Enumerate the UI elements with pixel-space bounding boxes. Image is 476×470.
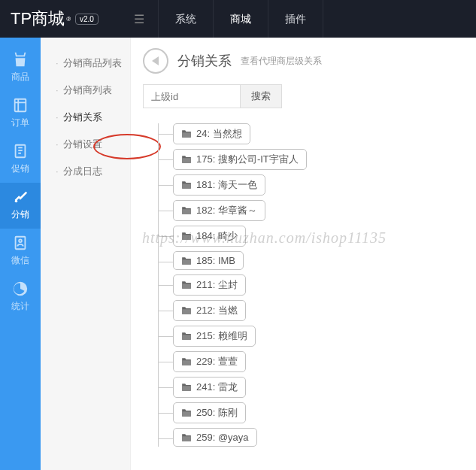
- tree-node: 250: 陈刚: [173, 402, 464, 423]
- tree-node-box[interactable]: 181: 海天一色: [173, 174, 265, 196]
- iconbar-label: 微信: [0, 254, 41, 267]
- iconbar-label: 订单: [0, 117, 41, 129]
- tree-node-label: 184: 畸少: [196, 229, 238, 243]
- tree-node: 212: 当燃: [173, 300, 464, 321]
- back-button[interactable]: [143, 48, 168, 74]
- tree-node-label: 181: 海天一色: [196, 178, 257, 192]
- topnav-plugin[interactable]: 插件: [268, 0, 323, 38]
- tree-node-box[interactable]: 241: 雷龙: [173, 377, 246, 398]
- page-title: 分销关系: [177, 52, 232, 70]
- tree-node-label: 182: 华章酱～: [196, 204, 257, 217]
- tree-node-label: 212: 当燃: [196, 304, 238, 317]
- tree-node: 259: @yaya: [173, 428, 464, 447]
- tree-node: 24: 当然想: [173, 123, 464, 144]
- tree-node-label: 215: 赖维明: [196, 329, 247, 343]
- tree-node-box[interactable]: 24: 当然想: [173, 123, 250, 144]
- search-input[interactable]: [143, 84, 241, 108]
- main-content: 分销关系 查看代理商层级关系 搜索 24: 当然想175: 搜豹公司-IT宇宙人…: [131, 38, 476, 470]
- page-subtitle: 查看代理商层级关系: [241, 55, 322, 68]
- iconbar-item-3[interactable]: 分销: [0, 183, 41, 229]
- logo: TP商城® v2.0: [0, 8, 128, 30]
- tree-node: 175: 搜豹公司-IT宇宙人: [173, 149, 464, 170]
- tree-node-label: 185: IMB: [196, 255, 235, 266]
- iconbar-label: 分销: [0, 208, 41, 221]
- iconbar-item-0[interactable]: 商品: [0, 45, 41, 91]
- page-header: 分销关系 查看代理商层级关系: [143, 48, 464, 74]
- iconbar-label: 商品: [0, 71, 41, 83]
- iconbar-item-5[interactable]: 统计: [0, 274, 41, 320]
- tree-node-box[interactable]: 175: 搜豹公司-IT宇宙人: [173, 149, 307, 170]
- tree-node: 211: 尘封: [173, 274, 464, 296]
- logo-reg: ®: [66, 16, 71, 23]
- logo-text: TP商城: [11, 8, 65, 30]
- tree-node-box[interactable]: 182: 华章酱～: [173, 200, 265, 221]
- search-row: 搜索: [143, 84, 464, 108]
- tree-view: 24: 当然想175: 搜豹公司-IT宇宙人181: 海天一色182: 华章酱～…: [143, 123, 464, 447]
- subnav-item-4[interactable]: 分成日志: [41, 158, 130, 185]
- subnav-item-1[interactable]: 分销商列表: [41, 77, 130, 104]
- tree-node-label: 175: 搜豹公司-IT宇宙人: [196, 153, 299, 166]
- menu-toggle-icon[interactable]: ☰: [128, 12, 150, 26]
- topnav-system[interactable]: 系统: [158, 0, 214, 38]
- tree-node: 241: 雷龙: [173, 377, 464, 398]
- tree-node-label: 24: 当然想: [196, 127, 242, 141]
- svg-rect-0: [15, 99, 26, 112]
- iconbar-item-2[interactable]: 促销: [0, 137, 41, 183]
- iconbar-label: 促销: [0, 162, 41, 175]
- tree-node-label: 211: 尘封: [196, 278, 238, 292]
- subnav-item-3[interactable]: 分销设置: [41, 131, 130, 158]
- subnav-item-0[interactable]: 分销商品列表: [41, 50, 130, 77]
- version-badge: v2.0: [75, 14, 99, 25]
- tree-node: 181: 海天一色: [173, 174, 464, 196]
- tree-node: 184: 畸少: [173, 226, 464, 247]
- tree-node: 215: 赖维明: [173, 326, 464, 347]
- tree-node-label: 229: 萱萱: [196, 355, 238, 368]
- tree-node-box[interactable]: 229: 萱萱: [173, 351, 246, 372]
- tree-node-box[interactable]: 185: IMB: [173, 251, 244, 270]
- tree-node-box[interactable]: 184: 畸少: [173, 226, 246, 247]
- arrow-left-icon: [152, 56, 159, 65]
- tree-node: 185: IMB: [173, 251, 464, 270]
- top-nav: 系统 商城 插件: [158, 0, 323, 38]
- tree-node: 182: 华章酱～: [173, 200, 464, 221]
- svg-point-2: [15, 200, 18, 203]
- sub-nav: 分销商品列表分销商列表分销关系分销设置分成日志: [41, 38, 131, 470]
- icon-sidebar: 商品订单促销分销微信统计: [0, 38, 41, 470]
- tree-node-label: 250: 陈刚: [196, 406, 238, 420]
- tree-node-label: 259: @yaya: [196, 432, 249, 443]
- subnav-item-2[interactable]: 分销关系: [41, 104, 130, 131]
- iconbar-item-4[interactable]: 微信: [0, 229, 41, 274]
- tree-node-box[interactable]: 215: 赖维明: [173, 326, 256, 347]
- tree-node-label: 241: 雷龙: [196, 381, 238, 394]
- search-button[interactable]: 搜索: [240, 84, 282, 108]
- tree-node-box[interactable]: 250: 陈刚: [173, 402, 246, 423]
- iconbar-item-1[interactable]: 订单: [0, 91, 41, 137]
- tree-node-box[interactable]: 211: 尘封: [173, 274, 246, 296]
- tree-node: 229: 萱萱: [173, 351, 464, 372]
- tree-node-box[interactable]: 212: 当燃: [173, 300, 246, 321]
- tree-node-box[interactable]: 259: @yaya: [173, 428, 257, 447]
- topnav-mall[interactable]: 商城: [214, 0, 268, 38]
- svg-point-4: [19, 239, 22, 242]
- iconbar-label: 统计: [0, 300, 41, 313]
- top-bar: TP商城® v2.0 ☰ 系统 商城 插件: [0, 0, 476, 38]
